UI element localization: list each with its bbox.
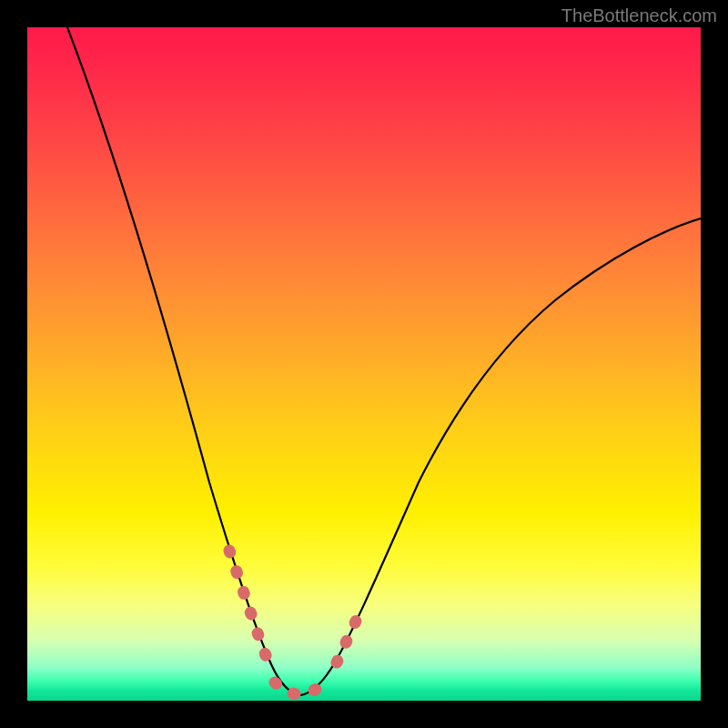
watermark-text: TheBottleneck.com bbox=[561, 5, 717, 26]
highlight-valley-dash bbox=[275, 677, 329, 694]
curve-svg bbox=[27, 27, 701, 701]
bottleneck-curve-line bbox=[67, 27, 701, 695]
highlight-left-dash bbox=[229, 551, 271, 669]
plot-area bbox=[27, 27, 701, 701]
